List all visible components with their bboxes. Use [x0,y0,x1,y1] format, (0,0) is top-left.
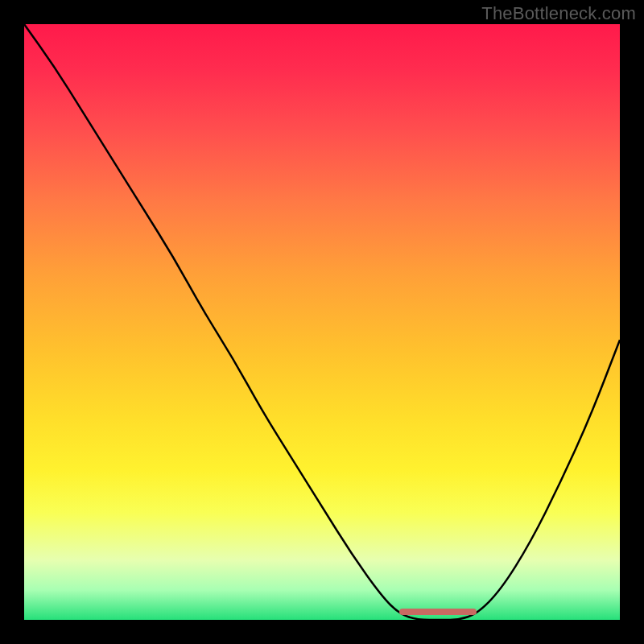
plot-area [24,24,620,620]
curve-path [24,24,620,620]
watermark-text: TheBottleneck.com [481,3,636,24]
bottleneck-curve [24,24,620,620]
min-plateau-band [399,609,477,615]
stage: TheBottleneck.com [0,0,644,644]
